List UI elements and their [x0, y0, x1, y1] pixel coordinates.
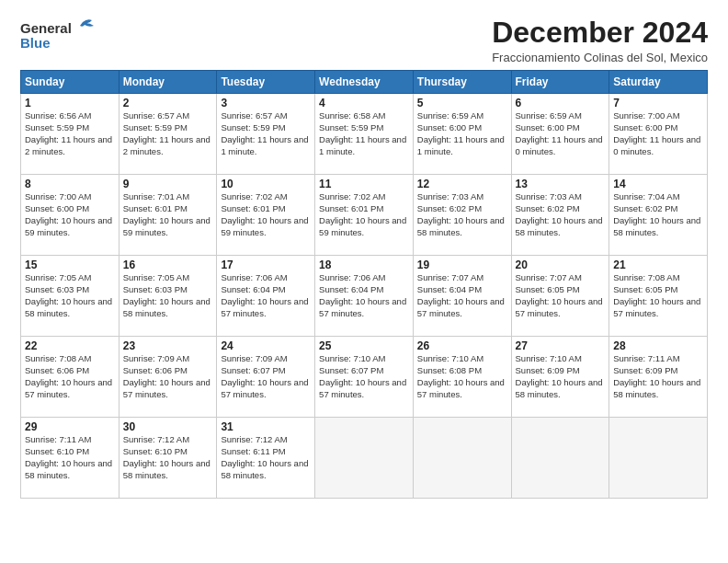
day-info: Sunrise: 7:06 AMSunset: 6:04 PMDaylight:… [221, 272, 311, 319]
day-number: 17 [221, 259, 311, 271]
table-row: 1 Sunrise: 6:56 AMSunset: 5:59 PMDayligh… [21, 94, 708, 175]
day-info: Sunrise: 7:04 AMSunset: 6:02 PMDaylight:… [613, 191, 703, 238]
day-info: Sunrise: 7:05 AMSunset: 6:03 PMDaylight:… [25, 272, 115, 319]
page: General Blue December 2024 Fraccionamien… [0, 0, 728, 563]
day-number: 20 [516, 259, 606, 271]
day-info: Sunrise: 6:57 AMSunset: 5:59 PMDaylight:… [123, 110, 213, 157]
list-item: 1 Sunrise: 6:56 AMSunset: 5:59 PMDayligh… [21, 94, 119, 175]
day-number: 16 [123, 259, 213, 271]
list-item: 27 Sunrise: 7:10 AMSunset: 6:09 PMDaylig… [511, 337, 609, 418]
svg-text:General: General [20, 20, 72, 36]
day-number: 21 [613, 259, 703, 271]
day-info: Sunrise: 7:02 AMSunset: 6:01 PMDaylight:… [319, 191, 409, 238]
day-number: 23 [123, 339, 213, 352]
day-number: 3 [221, 97, 311, 109]
list-item [511, 418, 609, 499]
list-item: 29 Sunrise: 7:11 AMSunset: 6:10 PMDaylig… [21, 418, 119, 499]
day-number: 9 [123, 178, 213, 190]
day-number: 11 [319, 178, 409, 190]
day-info: Sunrise: 6:58 AMSunset: 5:59 PMDaylight:… [319, 110, 409, 157]
calendar-body: 1 Sunrise: 6:56 AMSunset: 5:59 PMDayligh… [21, 94, 708, 499]
day-info: Sunrise: 7:00 AMSunset: 6:00 PMDaylight:… [25, 191, 115, 238]
list-item [315, 418, 414, 499]
day-info: Sunrise: 7:08 AMSunset: 6:06 PMDaylight:… [25, 353, 115, 400]
col-thursday: Thursday [413, 71, 511, 94]
day-number: 19 [417, 259, 507, 271]
calendar: Sunday Monday Tuesday Wednesday Thursday… [20, 70, 708, 499]
day-info: Sunrise: 6:59 AMSunset: 6:00 PMDaylight:… [516, 110, 606, 157]
day-number: 8 [25, 178, 115, 190]
list-item: 2 Sunrise: 6:57 AMSunset: 5:59 PMDayligh… [119, 94, 217, 175]
list-item: 28 Sunrise: 7:11 AMSunset: 6:09 PMDaylig… [609, 337, 708, 418]
table-row: 22 Sunrise: 7:08 AMSunset: 6:06 PMDaylig… [21, 337, 708, 418]
col-saturday: Saturday [609, 71, 708, 94]
list-item: 25 Sunrise: 7:10 AMSunset: 6:07 PMDaylig… [315, 337, 414, 418]
table-row: 8 Sunrise: 7:00 AMSunset: 6:00 PMDayligh… [21, 175, 708, 256]
day-info: Sunrise: 6:59 AMSunset: 6:00 PMDaylight:… [417, 110, 507, 157]
day-info: Sunrise: 7:12 AMSunset: 6:10 PMDaylight:… [123, 434, 213, 481]
day-number: 4 [319, 97, 409, 109]
list-item: 23 Sunrise: 7:09 AMSunset: 6:06 PMDaylig… [119, 337, 217, 418]
day-info: Sunrise: 7:01 AMSunset: 6:01 PMDaylight:… [123, 191, 213, 238]
day-number: 25 [319, 339, 409, 352]
day-number: 12 [417, 178, 507, 190]
day-info: Sunrise: 7:08 AMSunset: 6:05 PMDaylight:… [613, 272, 703, 319]
col-wednesday: Wednesday [315, 71, 414, 94]
day-info: Sunrise: 6:56 AMSunset: 5:59 PMDaylight:… [25, 110, 115, 157]
list-item: 4 Sunrise: 6:58 AMSunset: 5:59 PMDayligh… [315, 94, 414, 175]
col-tuesday: Tuesday [217, 71, 315, 94]
header-row: Sunday Monday Tuesday Wednesday Thursday… [21, 71, 708, 94]
day-number: 28 [613, 339, 703, 352]
day-info: Sunrise: 6:57 AMSunset: 5:59 PMDaylight:… [221, 110, 311, 157]
day-number: 2 [123, 97, 213, 109]
col-sunday: Sunday [21, 71, 119, 94]
list-item: 5 Sunrise: 6:59 AMSunset: 6:00 PMDayligh… [413, 94, 511, 175]
day-number: 14 [613, 178, 703, 190]
day-info: Sunrise: 7:03 AMSunset: 6:02 PMDaylight:… [417, 191, 507, 238]
day-number: 5 [417, 97, 507, 109]
day-info: Sunrise: 7:10 AMSunset: 6:07 PMDaylight:… [319, 353, 409, 400]
day-number: 7 [613, 97, 703, 109]
list-item [413, 418, 511, 499]
list-item: 3 Sunrise: 6:57 AMSunset: 5:59 PMDayligh… [217, 94, 315, 175]
logo-svg: General Blue [20, 17, 103, 57]
day-number: 27 [516, 339, 606, 352]
list-item: 13 Sunrise: 7:03 AMSunset: 6:02 PMDaylig… [511, 175, 609, 256]
list-item: 17 Sunrise: 7:06 AMSunset: 6:04 PMDaylig… [217, 256, 315, 337]
list-item: 10 Sunrise: 7:02 AMSunset: 6:01 PMDaylig… [217, 175, 315, 256]
col-monday: Monday [119, 71, 217, 94]
list-item: 24 Sunrise: 7:09 AMSunset: 6:07 PMDaylig… [217, 337, 315, 418]
month-title: December 2024 [492, 17, 708, 49]
day-number: 6 [516, 97, 606, 109]
day-number: 30 [123, 420, 213, 433]
day-number: 18 [319, 259, 409, 271]
list-item: 8 Sunrise: 7:00 AMSunset: 6:00 PMDayligh… [21, 175, 119, 256]
list-item: 26 Sunrise: 7:10 AMSunset: 6:08 PMDaylig… [413, 337, 511, 418]
day-number: 26 [417, 339, 507, 352]
day-info: Sunrise: 7:07 AMSunset: 6:04 PMDaylight:… [417, 272, 507, 319]
day-number: 10 [221, 178, 311, 190]
day-info: Sunrise: 7:09 AMSunset: 6:06 PMDaylight:… [123, 353, 213, 400]
list-item: 18 Sunrise: 7:06 AMSunset: 6:04 PMDaylig… [315, 256, 414, 337]
list-item: 16 Sunrise: 7:05 AMSunset: 6:03 PMDaylig… [119, 256, 217, 337]
day-info: Sunrise: 7:11 AMSunset: 6:09 PMDaylight:… [613, 353, 703, 400]
title-block: December 2024 Fraccionamiento Colinas de… [492, 17, 708, 64]
list-item: 6 Sunrise: 6:59 AMSunset: 6:00 PMDayligh… [511, 94, 609, 175]
list-item: 19 Sunrise: 7:07 AMSunset: 6:04 PMDaylig… [413, 256, 511, 337]
list-item: 14 Sunrise: 7:04 AMSunset: 6:02 PMDaylig… [609, 175, 708, 256]
day-info: Sunrise: 7:12 AMSunset: 6:11 PMDaylight:… [221, 434, 311, 481]
svg-text:Blue: Blue [20, 35, 51, 51]
day-number: 1 [25, 97, 115, 109]
list-item: 22 Sunrise: 7:08 AMSunset: 6:06 PMDaylig… [21, 337, 119, 418]
day-number: 31 [221, 420, 311, 433]
table-row: 15 Sunrise: 7:05 AMSunset: 6:03 PMDaylig… [21, 256, 708, 337]
day-info: Sunrise: 7:11 AMSunset: 6:10 PMDaylight:… [25, 434, 115, 481]
list-item: 12 Sunrise: 7:03 AMSunset: 6:02 PMDaylig… [413, 175, 511, 256]
col-friday: Friday [511, 71, 609, 94]
day-number: 29 [25, 420, 115, 433]
day-number: 13 [516, 178, 606, 190]
table-row: 29 Sunrise: 7:11 AMSunset: 6:10 PMDaylig… [21, 418, 708, 499]
list-item: 15 Sunrise: 7:05 AMSunset: 6:03 PMDaylig… [21, 256, 119, 337]
list-item [609, 418, 708, 499]
day-info: Sunrise: 7:00 AMSunset: 6:00 PMDaylight:… [613, 110, 703, 157]
